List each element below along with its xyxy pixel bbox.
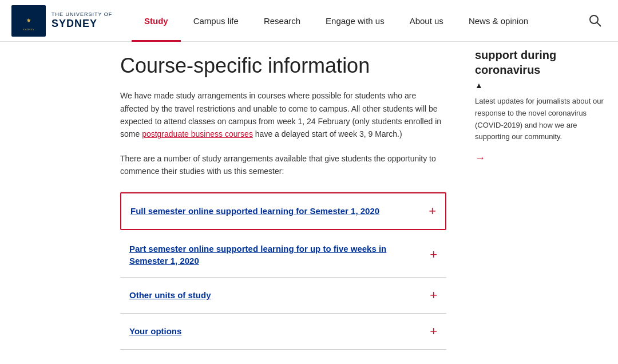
intro-paragraph: We have made study arrangements in cours…	[120, 89, 446, 141]
accordion-header-1[interactable]: Full semester online supported learning …	[121, 193, 445, 229]
sydney-label: SYDNEY	[52, 18, 112, 30]
accordion-plus-icon-4: +	[430, 324, 437, 339]
accordion-plus-icon-1: +	[429, 204, 436, 219]
accordion-plus-icon-2: +	[430, 247, 437, 262]
university-crest: ⚜ SYDNEY	[11, 5, 46, 37]
sidebar-arrow-up-icon: ▲	[475, 81, 607, 90]
search-button[interactable]	[584, 9, 607, 32]
accordion-title-1: Full semester online supported learning …	[130, 205, 379, 217]
search-icon	[589, 14, 601, 27]
main-content: Course-specific information We have made…	[0, 42, 618, 361]
accordion-title-4: Your options	[129, 325, 181, 337]
svg-line-4	[597, 23, 601, 27]
accordion-header-2[interactable]: Part semester online supported learning …	[120, 232, 446, 277]
intro-text-after: have a delayed start of week 3, 9 March.…	[253, 129, 402, 139]
svg-point-3	[590, 15, 598, 23]
postgrad-business-link[interactable]: postgraduate business courses	[142, 129, 253, 139]
accordion-title-2: Part semester online supported learning …	[129, 243, 406, 267]
accordion-title-3: Other units of study	[129, 289, 211, 301]
logo-text: THE UNIVERSITY OF SYDNEY	[52, 11, 112, 30]
university-of-label: THE UNIVERSITY OF	[52, 11, 112, 18]
accordion-header-3[interactable]: Other units of study +	[120, 278, 446, 313]
accordion-plus-icon-3: +	[430, 288, 437, 303]
accordion-item-2: Part semester online supported learning …	[120, 232, 446, 278]
accordion-item-1: Full semester online supported learning …	[120, 192, 446, 230]
sub-paragraph: There are a number of study arrangements…	[120, 152, 446, 178]
sidebar-title: support during coronavirus	[475, 48, 607, 77]
page-title: Course-specific information	[120, 53, 446, 78]
site-header: ⚜ SYDNEY THE UNIVERSITY OF SYDNEY Study …	[0, 0, 618, 42]
accordion: Full semester online supported learning …	[120, 192, 446, 350]
main-nav: Study Campus life Research Engage with u…	[132, 0, 584, 42]
sidebar-body-text: Latest updates for journalists about our…	[475, 96, 607, 143]
sidebar-read-more-link[interactable]: →	[475, 152, 485, 164]
nav-about[interactable]: About us	[397, 0, 456, 42]
nav-engage[interactable]: Engage with us	[313, 0, 397, 42]
svg-text:SYDNEY: SYDNEY	[23, 28, 35, 31]
svg-text:⚜: ⚜	[26, 18, 31, 23]
logo-area[interactable]: ⚜ SYDNEY THE UNIVERSITY OF SYDNEY	[11, 5, 132, 37]
nav-news[interactable]: News & opinion	[456, 0, 541, 42]
nav-campus-life[interactable]: Campus life	[181, 0, 251, 42]
nav-study[interactable]: Study	[132, 0, 181, 42]
content-area: Course-specific information We have made…	[0, 42, 469, 361]
accordion-header-4[interactable]: Your options +	[120, 314, 446, 349]
accordion-item-3: Other units of study +	[120, 278, 446, 314]
sidebar: support during coronavirus ▲ Latest upda…	[469, 42, 618, 361]
nav-research[interactable]: Research	[251, 0, 313, 42]
accordion-item-4: Your options +	[120, 314, 446, 350]
